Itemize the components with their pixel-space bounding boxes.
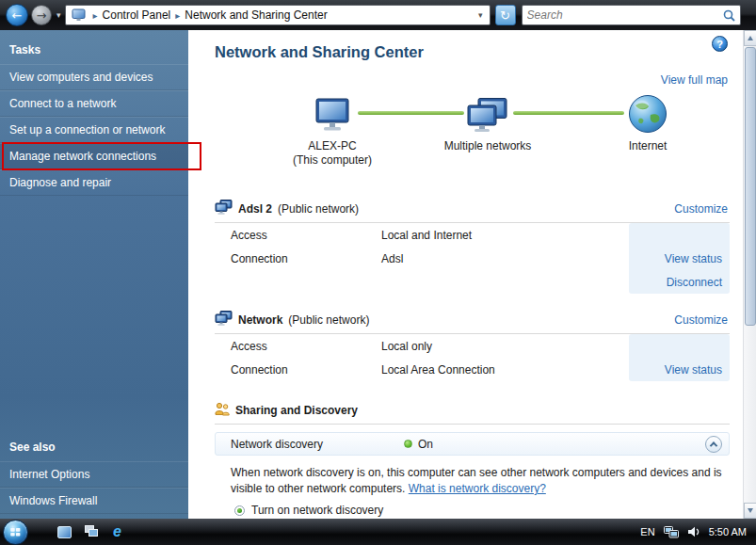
network-connection-icon <box>215 200 233 217</box>
language-indicator[interactable]: EN <box>640 526 654 537</box>
forward-button[interactable]: → <box>31 5 52 25</box>
radio-label: Turn on network discovery <box>251 504 383 517</box>
switch-windows-icon[interactable] <box>83 524 99 539</box>
map-node-internet[interactable]: Internet <box>582 90 714 152</box>
network-tray-icon[interactable] <box>664 526 679 538</box>
start-button[interactable] <box>3 520 28 545</box>
taskbar: e EN 5:50 AM <box>0 519 756 545</box>
recent-pages-dropdown-icon[interactable]: ▾ <box>56 10 61 20</box>
section-network: Network (Public network) Customize Acces… <box>215 311 730 381</box>
tasks-sidebar: Tasks View computers and devices Connect… <box>0 30 188 519</box>
customize-link[interactable]: Customize <box>674 202 730 216</box>
see-also-header: See also <box>0 441 188 461</box>
row-value: Local and Internet <box>381 223 629 247</box>
section-sharing-discovery: Sharing and Discovery Network discovery … <box>215 402 730 519</box>
row-value: Local Area Connection <box>381 358 629 381</box>
address-bar: ← → ▾ ▸ Control Panel ▸ Network and Shar… <box>0 0 756 30</box>
sidebar-item-windows-firewall[interactable]: Windows Firewall <box>0 488 188 514</box>
breadcrumb-separator-icon: ▸ <box>170 10 185 21</box>
network-discovery-description: When network discovery is on, this compu… <box>231 465 728 497</box>
radio-selected-icon <box>234 505 245 516</box>
computer-icon <box>266 90 398 134</box>
status-on-icon <box>404 440 412 448</box>
triangle-up-icon <box>748 36 753 40</box>
map-node-this-computer[interactable]: ALEX-PC (This computer) <box>266 90 398 167</box>
row-label: Access <box>215 334 381 358</box>
radio-turn-on-discovery[interactable]: Turn on network discovery <box>234 504 730 518</box>
row-value <box>381 270 629 294</box>
volume-icon[interactable] <box>687 526 700 537</box>
scrollbar-thumb[interactable] <box>745 47 756 326</box>
multiple-networks-icon <box>422 90 554 134</box>
customize-link[interactable]: Customize <box>674 313 730 327</box>
search-input[interactable] <box>527 8 723 22</box>
row-label <box>215 270 381 294</box>
help-icon[interactable]: ? <box>712 36 728 52</box>
breadcrumb-item-network-sharing[interactable]: Network and Sharing Center <box>185 8 327 22</box>
sidebar-item-manage-connections[interactable]: Manage network connections <box>0 143 188 169</box>
view-status-link[interactable]: View status <box>665 252 722 265</box>
refresh-button[interactable]: ↻ <box>495 5 516 25</box>
main-content: ? Network and Sharing Center View full m… <box>188 30 743 519</box>
network-map: ALEX-PC (This computer) Multiple network… <box>215 90 730 183</box>
show-desktop-icon[interactable] <box>56 524 72 539</box>
section-adsl2: Adsl 2 (Public network) Customize Access… <box>215 200 730 294</box>
sidebar-item-connect-network[interactable]: Connect to a network <box>0 90 188 117</box>
row-link-cell: View status <box>629 247 730 270</box>
sidebar-item-view-computers[interactable]: View computers and devices <box>0 64 188 90</box>
collapse-button[interactable] <box>705 436 722 453</box>
view-status-link[interactable]: View status <box>665 363 722 377</box>
section-name: Sharing and Discovery <box>235 404 358 417</box>
vertical-scrollbar[interactable] <box>743 30 756 519</box>
row-link-cell <box>629 223 730 247</box>
address-dropdown-icon[interactable]: ▾ <box>475 10 486 20</box>
network-discovery-status: On <box>404 438 433 451</box>
network-connection-icon <box>215 311 233 329</box>
quick-launch-bar: e <box>56 524 125 539</box>
row-link-cell: View status <box>629 358 730 381</box>
section-name: Adsl 2 <box>238 202 272 216</box>
see-also-section: See also Internet Options Windows Firewa… <box>0 441 188 514</box>
tasks-header: Tasks <box>0 30 188 64</box>
map-node-multiple-networks[interactable]: Multiple networks <box>422 90 554 152</box>
status-text: On <box>418 438 433 451</box>
clock[interactable]: 5:50 AM <box>709 526 747 537</box>
scroll-up-button[interactable] <box>744 30 756 46</box>
view-full-map-link[interactable]: View full map <box>661 73 728 87</box>
globe-icon <box>582 90 714 134</box>
search-icon[interactable] <box>723 9 735 22</box>
row-label: Connection <box>215 358 381 381</box>
disconnect-link[interactable]: Disconnect <box>667 276 722 289</box>
section-header: Adsl 2 (Public network) Customize <box>215 200 730 223</box>
row-value: Local only <box>381 334 629 358</box>
section-header: Sharing and Discovery <box>215 402 730 425</box>
network-sharing-center-window: ← → ▾ ▸ Control Panel ▸ Network and Shar… <box>0 0 756 545</box>
row-label: Connection <box>215 247 381 270</box>
sidebar-item-label: Manage network connections <box>9 150 156 163</box>
row-label: Access <box>215 223 381 247</box>
section-type: (Public network) <box>288 313 369 327</box>
row-link-cell <box>629 334 730 358</box>
row-link-cell: Disconnect <box>629 270 730 294</box>
breadcrumb[interactable]: ▸ Control Panel ▸ Network and Sharing Ce… <box>65 5 491 25</box>
section-name: Network <box>238 313 282 327</box>
windows-logo-icon <box>9 526 22 538</box>
sidebar-item-setup-connection[interactable]: Set up a connection or network <box>0 117 188 143</box>
network-discovery-row: Network discovery On <box>215 432 730 456</box>
triangle-down-icon <box>748 508 753 513</box>
map-node-label: ALEX-PC <box>266 139 398 152</box>
sidebar-item-internet-options[interactable]: Internet Options <box>0 461 188 488</box>
control-panel-icon <box>72 8 87 22</box>
network-discovery-label: Network discovery <box>216 438 404 451</box>
internet-explorer-icon[interactable]: e <box>109 524 125 539</box>
sharing-people-icon <box>215 402 230 419</box>
back-button[interactable]: ← <box>6 4 28 26</box>
map-node-label: Multiple networks <box>422 139 554 152</box>
scroll-down-button[interactable] <box>744 503 756 519</box>
what-is-network-discovery-link[interactable]: What is network discovery? <box>409 482 546 495</box>
page-title: Network and Sharing Center <box>215 43 730 61</box>
sidebar-item-diagnose-repair[interactable]: Diagnose and repair <box>0 169 188 196</box>
breadcrumb-item-control-panel[interactable]: Control Panel <box>103 8 171 22</box>
row-value: Adsl <box>381 247 629 270</box>
system-tray: EN 5:50 AM <box>640 526 756 538</box>
